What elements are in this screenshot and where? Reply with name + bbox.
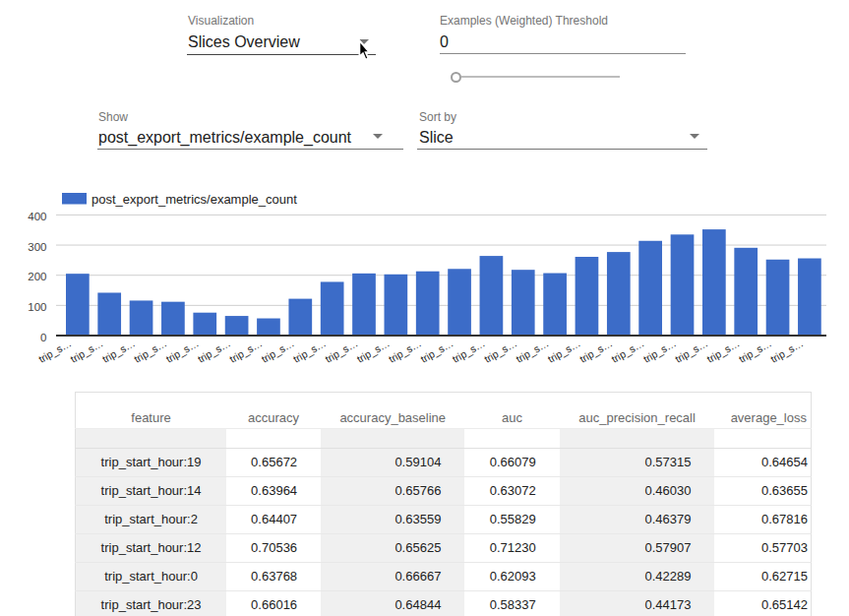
svg-text:trip_s…: trip_s… <box>546 337 582 364</box>
svg-text:trip_s…: trip_s… <box>196 337 232 364</box>
svg-text:trip_s…: trip_s… <box>514 337 550 364</box>
svg-text:trip_s…: trip_s… <box>291 337 328 364</box>
svg-text:trip_s…: trip_s… <box>673 337 709 364</box>
svg-text:trip_s…: trip_s… <box>609 337 645 364</box>
svg-text:trip_s…: trip_s… <box>259 337 295 364</box>
svg-text:trip_s…: trip_s… <box>768 337 805 364</box>
svg-text:trip_s…: trip_s… <box>704 337 741 364</box>
svg-text:100: 100 <box>28 301 46 313</box>
svg-text:0: 0 <box>40 332 46 343</box>
svg-text:trip_s…: trip_s… <box>68 337 104 364</box>
svg-text:trip_s…: trip_s… <box>482 337 518 364</box>
svg-text:trip_s…: trip_s… <box>355 337 392 364</box>
svg-text:trip_s…: trip_s… <box>227 337 264 364</box>
svg-text:trip_s…: trip_s… <box>132 337 168 364</box>
svg-text:trip_s…: trip_s… <box>641 337 678 364</box>
svg-text:trip_s…: trip_s… <box>577 337 614 364</box>
svg-text:trip_s…: trip_s… <box>100 337 137 364</box>
svg-text:trip_s…: trip_s… <box>737 337 773 364</box>
svg-text:trip_s…: trip_s… <box>418 337 455 364</box>
svg-text:trip_s…: trip_s… <box>163 337 200 364</box>
svg-text:400: 400 <box>28 211 46 222</box>
svg-text:post_export_metrics/example_co: post_export_metrics/example_count <box>91 192 297 207</box>
svg-text:trip_s…: trip_s… <box>451 337 487 364</box>
svg-text:200: 200 <box>28 271 46 282</box>
svg-text:300: 300 <box>28 241 46 253</box>
svg-text:trip_s…: trip_s… <box>387 337 423 364</box>
svg-text:trip_s…: trip_s… <box>323 337 359 364</box>
